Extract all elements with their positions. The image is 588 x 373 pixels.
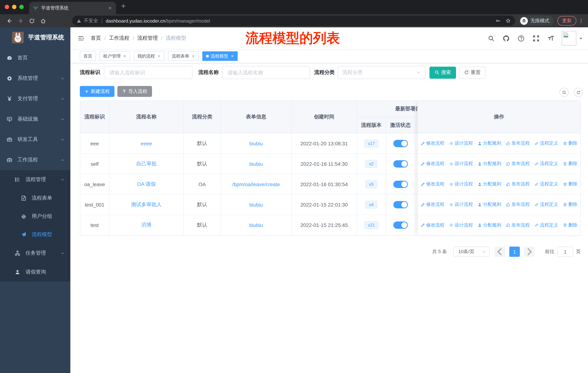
close-icon[interactable] — [191, 54, 195, 58]
sidebar-item-leave-query[interactable]: 请假查询 — [0, 263, 70, 282]
page-number-current[interactable]: 1 — [509, 247, 520, 257]
back-icon[interactable] — [6, 18, 12, 24]
modify-process-link[interactable]: 修改流程 — [421, 140, 444, 146]
prev-page-button[interactable] — [495, 247, 505, 257]
sidebar-item-home[interactable]: 首页 — [0, 48, 70, 68]
maximize-window-button[interactable] — [19, 5, 24, 9]
search-button[interactable]: 搜索 — [430, 67, 456, 79]
bookmark-star-icon[interactable] — [506, 18, 511, 23]
form-info-link[interactable]: /bpm/oa/leave/create — [232, 181, 280, 187]
close-icon[interactable] — [123, 54, 126, 58]
search-icon[interactable] — [488, 35, 495, 42]
process-definition-link[interactable]: 流程定义 — [535, 202, 558, 208]
forward-icon[interactable] — [18, 18, 24, 24]
design-process-link[interactable]: 设计流程 — [449, 161, 473, 167]
tag-process-form[interactable]: 流程表单 — [168, 51, 199, 61]
active-toggle[interactable] — [393, 222, 408, 229]
modify-process-link[interactable]: 修改流程 — [421, 161, 444, 167]
process-name-input[interactable] — [227, 69, 305, 76]
goto-page-input[interactable] — [557, 247, 573, 257]
form-info-link[interactable]: biubiu — [249, 222, 263, 228]
tag-process-model[interactable]: 流程模型 — [202, 51, 238, 61]
process-name-link[interactable]: 测试多审批人 — [131, 201, 162, 208]
font-size-icon[interactable] — [547, 35, 555, 42]
browser-menu-icon[interactable] — [578, 18, 584, 23]
form-info-link[interactable]: biubiu — [249, 141, 263, 146]
show-search-toggle-button[interactable] — [560, 88, 569, 97]
form-info-link[interactable]: biubiu — [249, 161, 263, 167]
sidebar-item-workflow[interactable]: 工作流程 — [0, 150, 70, 170]
fullscreen-icon[interactable] — [533, 35, 539, 42]
delete-link[interactable]: 删除 — [563, 181, 578, 187]
delete-link[interactable]: 删除 — [563, 140, 578, 146]
active-toggle[interactable] — [393, 201, 408, 208]
modify-process-link[interactable]: 修改流程 — [421, 202, 444, 208]
publish-process-link[interactable]: 发布流程 — [506, 140, 530, 146]
process-definition-link[interactable]: 流程定义 — [535, 181, 558, 187]
process-name-link[interactable]: eeee — [141, 141, 152, 146]
delete-link[interactable]: 删除 — [563, 202, 578, 208]
process-definition-link[interactable]: 流程定义 — [535, 161, 558, 167]
new-tab-icon[interactable] — [121, 3, 126, 9]
minimize-window-button[interactable] — [12, 5, 16, 9]
reload-icon[interactable] — [29, 18, 35, 24]
design-process-link[interactable]: 设计流程 — [449, 222, 473, 228]
tag-tenant[interactable]: 租户管理 — [100, 51, 130, 61]
close-window-button[interactable] — [5, 5, 9, 9]
publish-process-link[interactable]: 发布流程 — [506, 222, 530, 228]
process-definition-link[interactable]: 流程定义 — [535, 222, 558, 228]
sidebar-item-payment[interactable]: 支付管理 — [0, 89, 70, 109]
sidebar-item-infra[interactable]: 基础设施 — [0, 109, 70, 129]
close-icon[interactable] — [157, 54, 161, 58]
menu-fold-icon[interactable] — [78, 35, 84, 41]
assign-rule-link[interactable]: 分配规则 — [478, 161, 501, 167]
active-toggle[interactable] — [393, 160, 408, 167]
github-icon[interactable] — [503, 35, 510, 42]
delete-link[interactable]: 删除 — [563, 161, 578, 167]
browser-tab[interactable]: 芋道管理系统 — [29, 2, 116, 14]
modify-process-link[interactable]: 修改流程 — [421, 222, 444, 228]
sidebar-item-user-group[interactable]: 用户分组 — [0, 207, 70, 225]
assign-rule-link[interactable]: 分配规则 — [478, 202, 501, 208]
sidebar-item-process-model[interactable]: 流程模型 — [0, 225, 70, 244]
tag-home[interactable]: 首页 — [80, 51, 96, 61]
password-key-icon[interactable] — [495, 18, 501, 23]
breadcrumb-home[interactable]: 首页 — [91, 35, 101, 41]
design-process-link[interactable]: 设计流程 — [449, 202, 473, 208]
sidebar-item-process-form[interactable]: 流程表单 — [0, 189, 70, 207]
active-toggle[interactable] — [393, 181, 408, 188]
tab-close-icon[interactable] — [108, 6, 112, 10]
sidebar-item-task-manage[interactable]: 任务管理 — [0, 244, 70, 263]
design-process-link[interactable]: 设计流程 — [449, 140, 473, 146]
page-size-select[interactable]: 10条/页 — [453, 247, 490, 257]
modify-process-link[interactable]: 修改流程 — [421, 181, 444, 187]
process-name-link[interactable]: 滔博 — [141, 222, 151, 228]
avatar[interactable] — [562, 31, 576, 46]
breadcrumb-process-manage[interactable]: 流程管理 — [137, 35, 158, 41]
import-process-button[interactable]: 导入流程 — [117, 86, 152, 97]
category-select[interactable]: 流程分类 — [337, 66, 425, 79]
publish-process-link[interactable]: 发布流程 — [506, 161, 530, 167]
form-info-link[interactable]: biubiu — [249, 202, 263, 207]
process-name-link[interactable]: 自己审批 — [136, 161, 157, 167]
assign-rule-link[interactable]: 分配规则 — [478, 181, 501, 187]
assign-rule-link[interactable]: 分配规则 — [478, 222, 501, 228]
design-process-link[interactable]: 设计流程 — [449, 181, 473, 187]
process-key-input[interactable] — [109, 69, 188, 76]
caret-down-icon[interactable] — [579, 36, 583, 40]
create-process-button[interactable]: 新建流程 — [80, 86, 115, 97]
assign-rule-link[interactable]: 分配规则 — [478, 140, 501, 146]
publish-process-link[interactable]: 发布流程 — [506, 181, 530, 187]
tag-my-process[interactable]: 我的流程 — [134, 51, 164, 61]
home-icon[interactable] — [40, 18, 46, 24]
close-icon[interactable] — [230, 54, 234, 58]
url-bar[interactable]: 不安全 dashboard.yudao.iocoder.cn/bpm/manag… — [72, 16, 515, 26]
breadcrumb-workflow[interactable]: 工作流程 — [109, 35, 129, 41]
sidebar-item-devtools[interactable]: 研发工具 — [0, 129, 70, 150]
sidebar-item-process-manage[interactable]: 流程管理 — [0, 170, 70, 189]
publish-process-link[interactable]: 发布流程 — [506, 202, 530, 208]
sidebar-item-system[interactable]: 系统管理 — [0, 68, 70, 89]
reset-button[interactable]: 重置 — [459, 67, 486, 79]
refresh-table-button[interactable] — [574, 88, 583, 97]
browser-update-button[interactable]: 更新 — [557, 16, 576, 26]
